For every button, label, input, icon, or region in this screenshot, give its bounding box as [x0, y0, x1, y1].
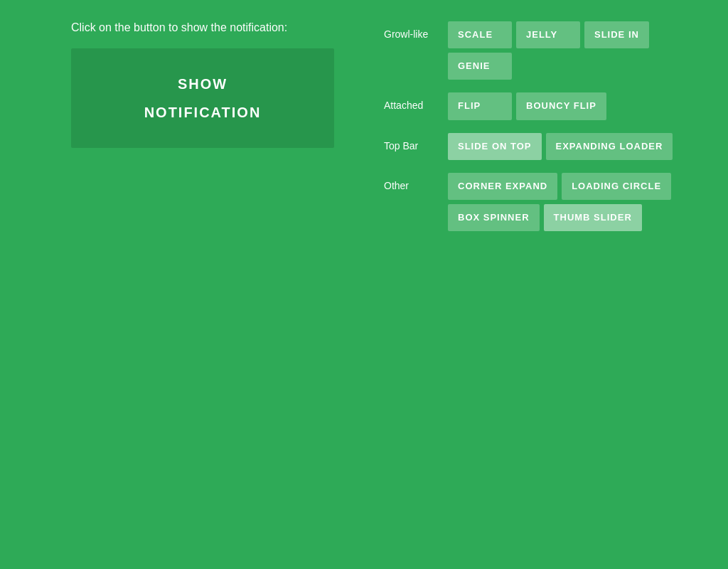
row-label: Growl-like [384, 21, 448, 40]
option-button-box-spinner[interactable]: BOX SPINNER [448, 204, 540, 231]
option-button-flip[interactable]: FLIP [448, 92, 512, 119]
option-button-corner-expand[interactable]: CORNER EXPAND [448, 173, 557, 200]
buttons-group: CORNER EXPANDLOADING CIRCLEBOX SPINNERTH… [448, 173, 704, 231]
options-table: Growl-likeSCALEJELLYSLIDE INGENIEAttache… [384, 21, 704, 231]
buttons-group: SCALEJELLYSLIDE INGENIE [448, 21, 704, 80]
buttons-group: FLIPBOUNCY FLIP [448, 92, 606, 119]
options-row: Top BarSLIDE ON TOPEXPANDING LOADER [384, 133, 704, 160]
row-label: Other [384, 173, 448, 191]
right-panel: Growl-likeSCALEJELLYSLIDE INGENIEAttache… [384, 21, 704, 244]
option-button-bouncy-flip[interactable]: BOUNCY FLIP [516, 92, 606, 119]
left-panel: Click on the button to show the notifica… [71, 21, 377, 148]
option-button-genie[interactable]: GENIE [448, 53, 512, 80]
option-button-expanding-loader[interactable]: EXPANDING LOADER [546, 133, 673, 160]
show-label: SHOW [178, 70, 228, 98]
option-button-slide-on-top[interactable]: SLIDE ON TOP [448, 133, 542, 160]
show-notification-button[interactable]: SHOW NOTIFICATION [71, 48, 334, 148]
option-button-slide-in[interactable]: SLIDE IN [584, 21, 649, 48]
row-label: Top Bar [384, 133, 448, 151]
options-row: OtherCORNER EXPANDLOADING CIRCLEBOX SPIN… [384, 173, 704, 231]
options-row: Growl-likeSCALEJELLYSLIDE INGENIE [384, 21, 704, 80]
option-button-thumb-slider[interactable]: THUMB SLIDER [544, 204, 642, 231]
instruction-text: Click on the button to show the notifica… [71, 21, 377, 34]
options-row: AttachedFLIPBOUNCY FLIP [384, 92, 704, 119]
row-label: Attached [384, 92, 448, 111]
notification-label: NOTIFICATION [144, 98, 262, 127]
option-button-jelly[interactable]: JELLY [516, 21, 580, 48]
buttons-group: SLIDE ON TOPEXPANDING LOADER [448, 133, 673, 160]
option-button-scale[interactable]: SCALE [448, 21, 512, 48]
option-button-loading-circle[interactable]: LOADING CIRCLE [562, 173, 671, 200]
